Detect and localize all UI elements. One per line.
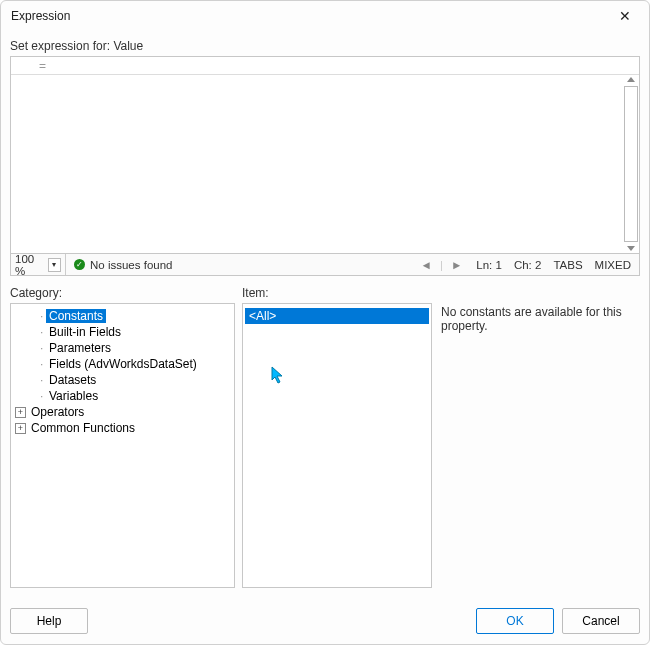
item-list[interactable]: <All> [242,303,432,588]
set-expression-label: Set expression for: Value [10,39,640,53]
scroll-down-icon[interactable] [627,246,635,251]
ok-button[interactable]: OK [476,608,554,634]
category-tree[interactable]: ·Constants·Built-in Fields·Parameters·Fi… [10,303,235,588]
item-label: Item: [242,286,432,300]
close-icon: ✕ [619,8,631,24]
tree-item[interactable]: ·Built-in Fields [13,324,232,340]
status-line: Ln: 1 [476,259,502,271]
help-button[interactable]: Help [10,608,88,634]
category-label: Category: [10,286,235,300]
tree-item-label: Variables [46,389,101,403]
tree-item-label: Constants [46,309,106,323]
tree-item[interactable]: +Common Functions [13,420,232,436]
editor-vscrollbar[interactable] [623,75,639,253]
status-tabs: TABS [553,259,582,271]
titlebar[interactable]: Expression ✕ [1,1,649,31]
close-button[interactable]: ✕ [609,5,641,27]
tree-item[interactable]: ·Fields (AdvWorkdsDataSet) [13,356,232,372]
issue-prev-icon[interactable]: ◄ [421,259,432,271]
expression-dialog: Expression ✕ Set expression for: Value =… [0,0,650,645]
editor-statusbar: 100 % ▾ No issues found ◄ | ► Ln: 1 Ch: … [10,254,640,276]
tree-item-label: Datasets [46,373,99,387]
tree-item[interactable]: ·Datasets [13,372,232,388]
window-title: Expression [11,9,609,23]
cancel-button[interactable]: Cancel [562,608,640,634]
nav-sep: | [440,259,443,271]
cursor-status: Ln: 1 Ch: 2 TABS MIXED [468,259,639,271]
tree-item-label: Common Functions [28,421,138,435]
zoom-dropdown-icon[interactable]: ▾ [48,258,61,272]
expand-icon[interactable]: + [15,407,26,418]
expression-editor: = [10,56,640,254]
ok-icon [74,259,85,270]
tree-item-label: Fields (AdvWorkdsDataSet) [46,357,200,371]
expression-textarea[interactable] [15,75,621,253]
status-col: Ch: 2 [514,259,542,271]
status-mixed: MIXED [595,259,631,271]
tree-item[interactable]: ·Variables [13,388,232,404]
list-item[interactable]: <All> [245,308,429,324]
issue-status: No issues found [66,259,421,271]
tree-item[interactable]: +Operators [13,404,232,420]
tree-item[interactable]: ·Constants [13,308,232,324]
issue-next-icon[interactable]: ► [451,259,462,271]
description-text: No constants are available for this prop… [439,303,640,335]
issue-text: No issues found [90,259,172,271]
scroll-up-icon[interactable] [627,77,635,82]
dialog-footer: Help OK Cancel [1,598,649,644]
zoom-value: 100 % [15,253,46,277]
issue-nav: ◄ | ► [421,259,469,271]
zoom-level[interactable]: 100 % ▾ [11,254,66,275]
tree-item[interactable]: ·Parameters [13,340,232,356]
editor-first-line: = [11,57,639,75]
scroll-thumb[interactable] [624,86,638,242]
expand-icon[interactable]: + [15,423,26,434]
tree-item-label: Operators [28,405,87,419]
desc-label-empty [439,286,640,300]
tree-item-label: Built-in Fields [46,325,124,339]
tree-item-label: Parameters [46,341,114,355]
